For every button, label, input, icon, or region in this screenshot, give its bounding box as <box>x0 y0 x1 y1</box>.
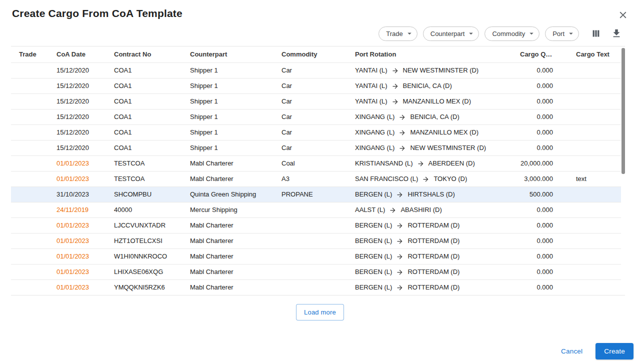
table-row[interactable]: 15/12/2020COA1Shipper 1CarXINGANG (L)BEN… <box>11 109 621 124</box>
counterpart-cell: Shipper 1 <box>182 140 274 156</box>
cargo-quantity-cell: 3,000.000 <box>512 171 561 186</box>
create-button[interactable]: Create <box>596 343 634 360</box>
filter-chip-commodity[interactable]: Commodity <box>484 26 540 41</box>
download-icon <box>611 28 622 39</box>
counterpart-cell: Shipper 1 <box>182 94 274 109</box>
table-row[interactable]: 01/01/2023HZT1OTELCXSIMabl ChartererBERG… <box>11 233 621 248</box>
column-header-trade[interactable]: Trade <box>11 46 48 62</box>
filter-chip-trade[interactable]: Trade <box>378 26 417 41</box>
table-row[interactable]: 01/01/2023LHIXASE06XQGMabl ChartererBERG… <box>11 264 621 280</box>
columns-icon <box>590 28 602 39</box>
trade-cell <box>11 202 48 218</box>
table-row[interactable]: 15/12/2020COA1Shipper 1CarYANTAI (L)BENI… <box>11 78 621 94</box>
vertical-scrollbar[interactable] <box>622 48 625 174</box>
column-header-cargo-quantity[interactable]: Cargo Quantity <box>512 46 561 62</box>
load-port: SAN FRANCISCO (L) <box>355 176 418 183</box>
arrow-forward-icon <box>389 206 396 214</box>
coa-date-cell: 15/12/2020 <box>48 78 106 94</box>
cargo-quantity-cell: 0.000 <box>512 264 561 280</box>
column-header-cargo-text[interactable]: Cargo Text <box>561 46 621 62</box>
table-row[interactable]: 01/01/2023YMQQKNI5RZK6Mabl ChartererBERG… <box>11 280 621 295</box>
trade-cell <box>11 186 48 202</box>
coa-date-cell: 15/12/2020 <box>48 140 106 156</box>
load-port: YANTAI (L) <box>355 98 388 106</box>
discharge-port: ROTTERDAM (D) <box>408 238 460 245</box>
coa-date-cell: 01/01/2023 <box>48 156 106 171</box>
cargo-quantity-cell: 500.000 <box>512 186 561 202</box>
arrow-forward-icon <box>396 238 404 245</box>
discharge-port: MANZANILLO MEX (D) <box>403 98 472 106</box>
port-rotation-cell: BERGEN (L)ROTTERDAM (D) <box>347 264 512 280</box>
arrow-forward-icon <box>392 98 399 106</box>
coa-date-cell: 01/01/2023 <box>48 264 106 280</box>
table-row[interactable]: 15/12/2020COA1Shipper 1CarXINGANG (L)MAN… <box>11 124 621 140</box>
commodity-cell: Car <box>274 124 347 140</box>
contract-no-cell: LJCCVUNXTADR <box>106 218 182 233</box>
column-header-port-rotation[interactable]: Port Rotation <box>347 46 512 62</box>
discharge-port: BENICIA, CA (D) <box>403 82 452 90</box>
filter-chip-label: Counterpart <box>430 30 465 38</box>
column-header-counterpart[interactable]: Counterpart <box>182 46 274 62</box>
trade-cell <box>11 280 48 295</box>
counterpart-cell: Shipper 1 <box>182 78 274 94</box>
commodity-cell: Car <box>274 78 347 94</box>
commodity-cell: Car <box>274 94 347 109</box>
arrow-forward-icon <box>392 82 399 90</box>
contract-no-cell: COA1 <box>106 124 182 140</box>
table-row[interactable]: 15/12/2020COA1Shipper 1CarXINGANG (L)NEW… <box>11 140 621 156</box>
download-button[interactable] <box>609 26 624 41</box>
filter-chip-label: Port <box>552 30 564 38</box>
table-row[interactable]: 01/01/2023TESTCOAMabl ChartererA3SAN FRA… <box>11 171 621 186</box>
column-header-coa-date[interactable]: CoA Date <box>48 46 106 62</box>
port-rotation-cell: XINGANG (L)NEW WESTMINSTER (D) <box>347 140 512 156</box>
trade-cell <box>11 233 48 248</box>
cargo-text-cell <box>561 62 621 78</box>
filter-chip-counterpart[interactable]: Counterpart <box>423 26 480 41</box>
cargo-quantity-cell: 20,000.000 <box>512 156 561 171</box>
port-rotation-cell: SAN FRANCISCO (L)TOKYO (D) <box>347 171 512 186</box>
column-header-commodity[interactable]: Commodity <box>274 46 347 62</box>
load-port: BERGEN (L) <box>355 191 392 198</box>
table-header-row: Trade CoA Date Contract No Counterpart C… <box>11 46 621 62</box>
coa-date-cell: 24/11/2019 <box>48 202 106 218</box>
table-row[interactable]: 24/11/201940000Mercur ShippingAALST (L)A… <box>11 202 621 218</box>
table-row[interactable]: 15/12/2020COA1Shipper 1CarYANTAI (L)NEW … <box>11 62 621 78</box>
load-more-button[interactable]: Load more <box>296 304 344 320</box>
filter-chip-port[interactable]: Port <box>545 26 579 41</box>
discharge-port: NEW WESTMINSTER (D) <box>403 67 479 74</box>
arrow-forward-icon <box>396 268 404 276</box>
close-button[interactable] <box>616 8 630 22</box>
chevron-down-icon <box>566 29 576 38</box>
contract-no-cell: HZT1OTELCXSI <box>106 233 182 248</box>
counterpart-cell: Mabl Charterer <box>182 218 274 233</box>
cargo-text-cell <box>561 156 621 171</box>
contract-no-cell: COA1 <box>106 78 182 94</box>
contract-no-cell: COA1 <box>106 109 182 124</box>
trade-cell <box>11 140 48 156</box>
table-row[interactable]: 15/12/2020COA1Shipper 1CarYANTAI (L)MANZ… <box>11 94 621 109</box>
cargo-text-cell <box>561 248 621 264</box>
port-rotation-cell: XINGANG (L)MANZANILLO MEX (D) <box>347 124 512 140</box>
columns-button[interactable] <box>588 26 604 41</box>
table-row[interactable]: 31/10/2023SHCOMPBUQuinta Green ShippingP… <box>11 186 621 202</box>
column-header-contract-no[interactable]: Contract No <box>106 46 182 62</box>
load-port: XINGANG (L) <box>355 144 394 152</box>
discharge-port: NEW WESTMINSTER (D) <box>410 144 486 152</box>
cancel-button[interactable]: Cancel <box>561 348 582 355</box>
load-port: BERGEN (L) <box>355 222 392 230</box>
arrow-forward-icon <box>398 129 406 136</box>
commodity-cell: Coal <box>274 156 347 171</box>
coa-date-cell: 01/01/2023 <box>48 280 106 295</box>
table-row[interactable]: 01/01/2023W1HI0NNKROCOMabl ChartererBERG… <box>11 248 621 264</box>
table-row[interactable]: 01/01/2023LJCCVUNXTADRMabl ChartererBERG… <box>11 218 621 233</box>
trade-cell <box>11 94 48 109</box>
coa-date-cell: 01/01/2023 <box>48 248 106 264</box>
cargo-text-cell <box>561 109 621 124</box>
port-rotation-cell: BERGEN (L)ROTTERDAM (D) <box>347 218 512 233</box>
table-row[interactable]: 01/01/2023TESTCOAMabl ChartererCoalKRIST… <box>11 156 621 171</box>
counterpart-cell: Shipper 1 <box>182 109 274 124</box>
dialog-header: Create Cargo From CoA Template <box>0 0 640 20</box>
discharge-port: HIRTSHALS (D) <box>408 191 454 198</box>
dialog-footer: Cancel Create <box>561 343 634 360</box>
arrow-forward-icon <box>396 253 404 260</box>
